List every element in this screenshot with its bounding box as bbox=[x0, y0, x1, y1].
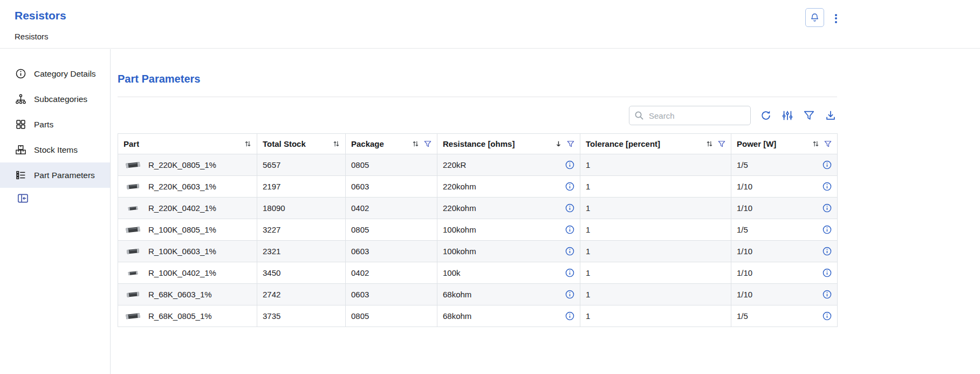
part-thumbnail-image bbox=[124, 226, 142, 234]
column-header-part[interactable]: Part bbox=[118, 134, 257, 154]
power-cell: 1/10 bbox=[731, 284, 838, 305]
kebab-menu-button[interactable] bbox=[831, 10, 841, 26]
info-icon[interactable] bbox=[565, 290, 574, 300]
info-icon[interactable] bbox=[565, 311, 574, 321]
parameters-table: Part Total Stock bbox=[118, 133, 837, 327]
column-header-package[interactable]: Package bbox=[346, 134, 437, 154]
column-header-power[interactable]: Power [W] bbox=[731, 134, 838, 154]
info-icon[interactable] bbox=[822, 290, 832, 300]
column-header-total-stock[interactable]: Total Stock bbox=[257, 134, 346, 154]
column-filter-icon[interactable] bbox=[567, 140, 574, 148]
table-row[interactable]: R_220K_0805_1% 5657 0805 220kR 1 1/5 bbox=[118, 154, 838, 176]
info-icon[interactable] bbox=[565, 182, 574, 192]
info-icon[interactable] bbox=[565, 160, 574, 170]
grid-icon bbox=[15, 119, 26, 130]
part-name-link[interactable]: R_220K_0805_1% bbox=[148, 160, 216, 169]
sort-icon[interactable] bbox=[333, 140, 340, 147]
sidebar-item-parts[interactable]: Parts bbox=[0, 112, 110, 137]
resistance-cell: 68kohm bbox=[437, 305, 580, 327]
part-name-link[interactable]: R_68K_0805_1% bbox=[148, 311, 212, 321]
column-filter-icon[interactable] bbox=[824, 140, 832, 148]
resistance-cell: 220kohm bbox=[437, 176, 580, 198]
part-name-link[interactable]: R_100K_0603_1% bbox=[148, 247, 216, 256]
info-icon[interactable] bbox=[822, 247, 832, 256]
part-name-link[interactable]: R_100K_0805_1% bbox=[148, 225, 216, 234]
column-label: Tolerance [percent] bbox=[586, 139, 660, 148]
tolerance-cell: 1 bbox=[580, 219, 731, 241]
table-toolbar bbox=[118, 106, 837, 125]
search-input[interactable] bbox=[629, 106, 751, 125]
sidebar-item-subcategories[interactable]: Subcategories bbox=[0, 86, 110, 112]
table-row[interactable]: R_100K_0402_1% 3450 0402 100k 1 1/10 bbox=[118, 262, 838, 284]
table-row[interactable]: R_68K_0603_1% 2742 0603 68kohm 1 1/10 bbox=[118, 284, 838, 305]
sidebar-item-stock-items[interactable]: Stock Items bbox=[0, 137, 110, 162]
info-icon[interactable] bbox=[565, 225, 574, 235]
resistance-cell: 100k bbox=[437, 262, 580, 284]
info-icon[interactable] bbox=[565, 203, 574, 213]
table-row[interactable]: R_68K_0805_1% 3735 0805 68kohm 1 1/5 bbox=[118, 305, 838, 327]
notifications-button[interactable] bbox=[805, 8, 824, 27]
resistance-cell: 220kR bbox=[437, 154, 580, 176]
total-stock-cell: 2321 bbox=[257, 241, 346, 262]
filter-button[interactable] bbox=[803, 109, 815, 122]
main-panel: Part Parameters bbox=[111, 49, 980, 374]
column-header-tolerance[interactable]: Tolerance [percent] bbox=[580, 134, 731, 154]
part-cell: R_100K_0603_1% bbox=[118, 241, 257, 262]
tolerance-cell: 1 bbox=[580, 284, 731, 305]
sidebar-item-category-details[interactable]: Category Details bbox=[0, 61, 110, 86]
info-icon[interactable] bbox=[822, 203, 832, 213]
sidebar-item-label: Category Details bbox=[34, 69, 96, 79]
package-cell: 0603 bbox=[346, 284, 437, 305]
table-header: Part Total Stock bbox=[118, 134, 838, 154]
breadcrumb[interactable]: Resistors bbox=[15, 32, 49, 41]
column-filter-icon[interactable] bbox=[424, 140, 431, 148]
total-stock-cell: 3450 bbox=[257, 262, 346, 284]
kebab-dot bbox=[835, 17, 837, 19]
part-name-link[interactable]: R_220K_0603_1% bbox=[148, 182, 216, 191]
info-icon[interactable] bbox=[822, 225, 832, 235]
table-row[interactable]: R_220K_0603_1% 2197 0603 220kohm 1 1/10 bbox=[118, 176, 838, 198]
column-header-resistance[interactable]: Resistance [ohms] bbox=[437, 134, 580, 154]
table-settings-button[interactable] bbox=[781, 109, 794, 122]
info-icon[interactable] bbox=[822, 182, 832, 192]
tolerance-cell: 1 bbox=[580, 176, 731, 198]
table-row[interactable]: R_220K_0402_1% 18090 0402 220kohm 1 1/10 bbox=[118, 198, 838, 219]
power-cell: 1/5 bbox=[731, 219, 838, 241]
part-name-link[interactable]: R_220K_0402_1% bbox=[148, 203, 216, 213]
tolerance-cell: 1 bbox=[580, 262, 731, 284]
sort-icon[interactable] bbox=[412, 140, 419, 147]
power-cell: 1/5 bbox=[731, 305, 838, 327]
package-cell: 0805 bbox=[346, 154, 437, 176]
info-icon[interactable] bbox=[565, 268, 574, 278]
sidebar-item-label: Stock Items bbox=[34, 145, 78, 155]
info-icon[interactable] bbox=[565, 247, 574, 256]
part-name-link[interactable]: R_100K_0402_1% bbox=[148, 268, 216, 277]
sidebar-item-part-parameters[interactable]: Part Parameters bbox=[0, 162, 110, 188]
tolerance-cell: 1 bbox=[580, 154, 731, 176]
part-name-link[interactable]: R_68K_0603_1% bbox=[148, 290, 212, 299]
search-box bbox=[629, 106, 751, 125]
part-cell: R_220K_0402_1% bbox=[118, 198, 257, 219]
sort-icon[interactable] bbox=[706, 140, 713, 147]
info-circle-icon bbox=[15, 68, 26, 79]
column-filter-icon[interactable] bbox=[718, 140, 725, 148]
table-row[interactable]: R_100K_0805_1% 3227 0805 100kohm 1 1/5 bbox=[118, 219, 838, 241]
sidebar: Category Details Subcategories Parts bbox=[0, 49, 111, 374]
sort-icon[interactable] bbox=[244, 140, 251, 147]
refresh-icon bbox=[760, 110, 772, 121]
refresh-button[interactable] bbox=[759, 109, 772, 122]
column-label: Power [W] bbox=[737, 139, 776, 148]
sidebar-item-label: Subcategories bbox=[34, 94, 87, 104]
sort-desc-icon[interactable] bbox=[555, 140, 562, 147]
info-icon[interactable] bbox=[822, 160, 832, 170]
sort-icon[interactable] bbox=[812, 140, 819, 147]
download-button[interactable] bbox=[824, 109, 837, 122]
collapse-sidebar-button[interactable] bbox=[16, 192, 29, 205]
info-icon[interactable] bbox=[822, 268, 832, 278]
power-cell: 1/10 bbox=[731, 241, 838, 262]
table-row[interactable]: R_100K_0603_1% 2321 0603 100kohm 1 1/10 bbox=[118, 241, 838, 262]
column-label: Part bbox=[124, 139, 139, 148]
resistance-cell: 100kohm bbox=[437, 219, 580, 241]
package-cell: 0402 bbox=[346, 262, 437, 284]
info-icon[interactable] bbox=[822, 311, 832, 321]
